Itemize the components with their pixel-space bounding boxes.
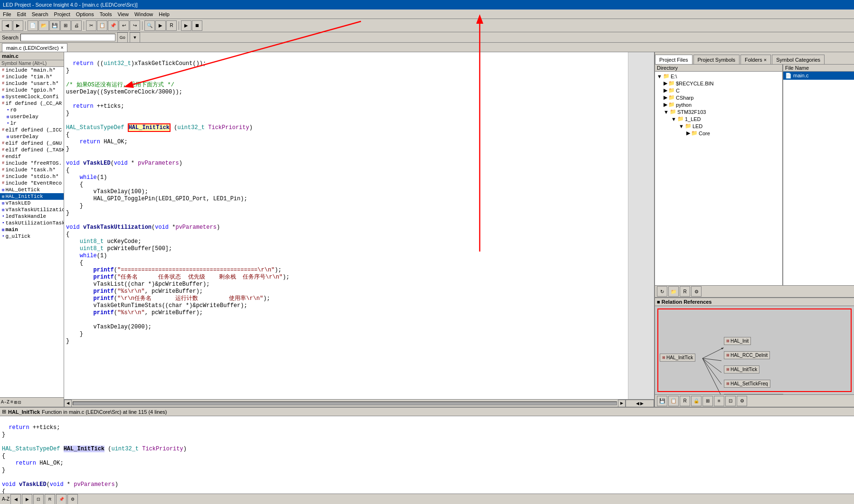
menu-help[interactable]: Help <box>156 10 172 18</box>
symbol-main[interactable]: ⊞main <box>0 226 64 233</box>
print-button[interactable]: 🖨 <box>71 20 82 31</box>
open-button[interactable]: 📂 <box>38 20 49 31</box>
dir-recycle[interactable]: ▶ 📁 $RECYCLE.BIN <box>656 80 781 87</box>
project-refresh-btn[interactable]: ↻ <box>657 286 667 297</box>
menu-project[interactable]: Project <box>51 10 73 18</box>
tab-symbol-categories[interactable]: Symbol Categories <box>772 55 825 64</box>
stop-button[interactable]: ⏹ <box>192 20 202 31</box>
undo-button[interactable]: ↩ <box>119 20 129 31</box>
symbol-userdelay-1[interactable]: ⊞userDelay <box>0 113 64 120</box>
save-button[interactable]: 💾 <box>49 20 60 31</box>
menu-tools[interactable]: Tools <box>97 10 115 18</box>
doc-tab-close[interactable]: × <box>61 45 64 50</box>
forward-button[interactable]: ▶ <box>13 20 23 31</box>
relation-node-hal-settickfreq[interactable]: ⊞ HAL_SetTickFreq <box>724 380 770 388</box>
menu-file[interactable]: File <box>0 10 14 18</box>
symbol-userdelay-2[interactable]: ⊞userDelay <box>0 133 64 140</box>
copy-button[interactable]: 📋 <box>97 20 107 31</box>
cut-button[interactable]: ✂ <box>86 20 96 31</box>
symbol-hal-inittick[interactable]: ⊞HAL_InitTick <box>0 193 64 200</box>
relation-node-left[interactable]: ⊞ HAL_InitTick <box>660 354 695 362</box>
symbol-include-freertos[interactable]: #include *freeRTOS. <box>0 160 64 167</box>
rel-lock-btn[interactable]: 🔒 <box>691 396 702 406</box>
bottom-code-viewer[interactable]: return ++ticks; } HAL_StatusTypeDef HAL_… <box>0 416 854 494</box>
dir-led[interactable]: ▼ 📁 LED <box>656 122 781 130</box>
bottom-forward-btn[interactable]: ▶ <box>22 494 32 504</box>
relation-node-hal-inittick-right[interactable]: ⊞ HAL_InitTick <box>724 365 759 373</box>
symbol-lr[interactable]: ▪lr <box>0 120 64 127</box>
rel-expand-btn[interactable]: ⊞ <box>702 396 713 406</box>
tab-folders[interactable]: Folders × <box>740 55 771 64</box>
new-button[interactable]: 📄 <box>28 20 38 31</box>
dir-stm32f103[interactable]: ▼ 📁 STM32F103 <box>656 108 781 115</box>
symbol-if-cc-ar[interactable]: #if defined (_CC_AR <box>0 100 64 107</box>
symbol-include-task[interactable]: #include *task.h* <box>0 167 64 173</box>
symbol-include-main[interactable]: #include *main.h* <box>0 67 64 74</box>
search-input[interactable] <box>20 34 115 41</box>
bottom-back-btn[interactable]: ◀ <box>10 494 21 504</box>
dir-e-drive[interactable]: ▼ 📁 E:\ <box>656 73 781 80</box>
menu-view[interactable]: View <box>114 10 132 18</box>
menu-options[interactable]: Options <box>73 10 97 18</box>
tab-project-files[interactable]: Project Files <box>655 55 693 64</box>
redo-button[interactable]: ↪ <box>130 20 140 31</box>
dir-python[interactable]: ▶ 📁 python <box>656 101 781 108</box>
symbol-include-tim[interactable]: #include *tim.h* <box>0 74 64 80</box>
symbol-include-eventrec[interactable]: #include *EventReco <box>0 180 64 187</box>
search-options-button[interactable]: ▼ <box>130 32 140 43</box>
menu-edit[interactable]: Edit <box>14 10 29 18</box>
dir-csharp[interactable]: ▶ 📁 CSharp <box>656 94 781 101</box>
dir-1led[interactable]: ▼ 📁 1_LED <box>656 115 781 122</box>
scroll-nav-btn[interactable]: ◀ ▶ <box>626 400 654 407</box>
symbol-include-gpio[interactable]: #include *gpio.h* <box>0 87 64 93</box>
find-ref-button[interactable]: R <box>166 20 177 31</box>
rel-settings-btn[interactable]: ⚙ <box>737 396 747 406</box>
relation-node-hal-init[interactable]: ⊞ HAL_Init <box>724 337 751 345</box>
symbol-sysclock[interactable]: ⊞SystemClock_Confi <box>0 93 64 100</box>
symbol-vtaskled[interactable]: ⊞vTaskLED <box>0 200 64 206</box>
save-all-button[interactable]: ⊞ <box>60 20 71 31</box>
symbol-elif-gnu[interactable]: #elif defined (_GNU <box>0 140 64 147</box>
bottom-settings-btn[interactable]: ⚙ <box>67 494 78 504</box>
rel-list-btn[interactable]: ≡ <box>714 396 724 406</box>
rel-ref-btn[interactable]: R <box>680 396 690 406</box>
dir-c[interactable]: ▶ 📁 C <box>656 87 781 94</box>
back-button[interactable]: ◀ <box>2 20 12 31</box>
menu-window[interactable]: Window <box>132 10 156 18</box>
symbol-elif-icc[interactable]: #elif defined (_ICC <box>0 127 64 133</box>
code-editor[interactable]: return ((uint32_t)xTaskGetTickCount()); … <box>64 52 628 399</box>
dir-core[interactable]: ▶ 📁 Core <box>656 130 781 137</box>
find-button[interactable]: 🔍 <box>144 20 155 31</box>
scroll-left-btn[interactable]: ◀ <box>64 400 72 407</box>
build-button[interactable]: ▶ <box>181 20 191 31</box>
search-go-button[interactable]: Go <box>117 32 128 43</box>
menu-search[interactable]: Search <box>29 10 51 18</box>
paste-button[interactable]: 📌 <box>108 20 118 31</box>
project-settings-btn[interactable]: ⚙ <box>691 286 702 297</box>
symbol-hal-gettick[interactable]: ⊞HAL_GetTick <box>0 187 64 193</box>
symbol-include-usart[interactable]: #include *usart.h* <box>0 80 64 87</box>
rel-save-btn[interactable]: 💾 <box>657 396 667 406</box>
bottom-pin-btn[interactable]: 📌 <box>56 494 66 504</box>
doc-tab-main[interactable]: main.c (LED\Core\Src) × <box>2 43 67 52</box>
file-main-c[interactable]: 📄 main.c <box>783 72 854 80</box>
scroll-right-btn[interactable]: ▶ <box>618 400 626 407</box>
symbol-vtasktask[interactable]: ⊞vTaskTaskUtilizatio <box>0 206 64 213</box>
symbol-taskutil[interactable]: ▪taskUtilizationTaskU <box>0 220 64 226</box>
project-folder-btn[interactable]: 📁 <box>668 286 679 297</box>
hscroll-track[interactable] <box>73 401 617 405</box>
bottom-list-btn[interactable]: R <box>45 494 55 504</box>
bottom-sync-btn[interactable]: ⊡ <box>33 494 44 504</box>
find-next-button[interactable]: ▶ <box>155 20 166 31</box>
symbol-include-stdio[interactable]: #include *stdio.h* <box>0 173 64 180</box>
symbol-g-ultick[interactable]: ▪g_ulTick <box>0 233 64 240</box>
symbol-ledtaskhandle[interactable]: ▪ledTaskHandle <box>0 213 64 220</box>
relation-node-hal-rcc-deinit[interactable]: ⊞ HAL_RCC_DeInit <box>724 351 770 359</box>
rel-graph-btn[interactable]: ⊡ <box>725 396 736 406</box>
tab-project-symbols[interactable]: Project Symbols <box>693 55 740 64</box>
symbol-r0[interactable]: ▪r0 <box>0 107 64 113</box>
symbol-endif[interactable]: #endif <box>0 153 64 160</box>
rel-copy-btn[interactable]: 📋 <box>668 396 679 406</box>
code-hscrollbar[interactable]: ◀ ▶ ◀ ▶ <box>64 399 654 407</box>
project-symbol-btn[interactable]: R <box>680 286 690 297</box>
